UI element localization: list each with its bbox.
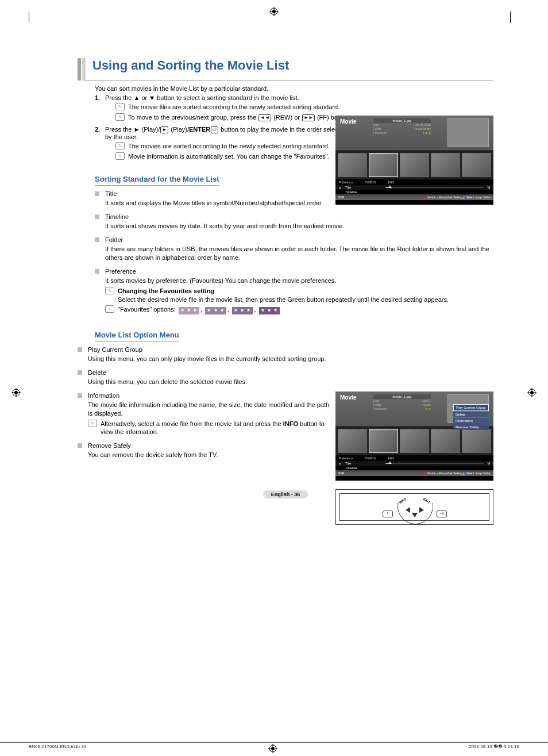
sorting-item: PreferenceIt sorts movies by preference.… (95, 268, 493, 314)
sorting-item: FolderIf there are many folders in USB, … (95, 236, 493, 262)
step-2-text: Press the ► (Play)/► (Play)/ENTER⏎ butto… (105, 126, 352, 140)
thumb (462, 153, 491, 177)
rew-icon: ◄◄ (258, 114, 271, 121)
option-item: InformationThe movie file information in… (78, 392, 333, 436)
ff-icon: ►► (302, 114, 315, 121)
list-icon: ≡ (339, 186, 344, 189)
tv-figure-2: Movie movie_1.jpg Date: Jan.01 Folder: m… (335, 392, 493, 481)
step-1-text: Press the ▲ or ▼ button to select a sort… (105, 94, 352, 101)
page-title: Using and Sorting the Movie List (92, 58, 493, 73)
note-icon: ✎ (115, 142, 125, 149)
option-heading: Movie List Option Menu (95, 331, 179, 341)
context-menu: Play Current Group Delete Information Re… (453, 404, 489, 430)
help-button: i (383, 511, 393, 517)
preview-thumb (447, 118, 489, 147)
thumb (338, 153, 367, 177)
note-icon: ✎ (115, 113, 125, 121)
thumb (369, 153, 398, 177)
thumb (400, 153, 429, 177)
intro-text: You can sort movies in the Movie List by… (95, 85, 493, 92)
print-footer: BN68-01700M-ENG.indb 36 2008-08-19 �� 5:… (0, 742, 548, 756)
remote-figure: INFO EXIT i →▯ (335, 489, 493, 525)
play-icon: ► (160, 126, 168, 133)
option-item: Play Current GroupUsing this menu, you c… (78, 346, 333, 363)
sorting-item: TimelineIt sorts and shows movies by dat… (95, 213, 493, 231)
registration-mark-top (269, 7, 279, 16)
option-item: Remove SafelyYou can remove the device s… (78, 442, 333, 459)
option-item: DeleteUsing this menu, you can delete th… (78, 369, 333, 386)
crop-marks-top (0, 0, 548, 23)
note-icon: ✎ (115, 152, 125, 160)
note-icon: ✎ (115, 103, 125, 110)
tv-figure-1: Movie movie_1.jpg Date: Jan.01.2008 Fold… (335, 116, 493, 205)
section-title-bar: Using and Sorting the Movie List (78, 58, 493, 80)
enter-icon: ⏎ (211, 126, 218, 133)
exit-button: →▯ (437, 511, 447, 517)
sorting-heading: Sorting Standard for the Movie List (95, 175, 219, 186)
thumb (431, 153, 460, 177)
registration-mark-bottom (268, 744, 277, 753)
